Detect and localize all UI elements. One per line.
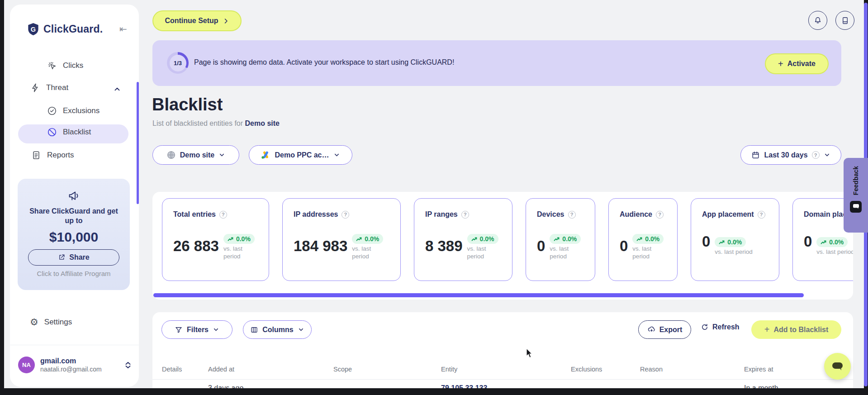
column-header-details[interactable]: Details [162, 366, 182, 373]
bell-icon [813, 16, 822, 25]
chat-bubble-icon [831, 361, 844, 372]
sidebar-item-label: Exclusions [63, 106, 100, 115]
globe-icon [166, 150, 176, 160]
document-icon [31, 150, 41, 160]
column-header-reason[interactable]: Reason [640, 366, 663, 373]
notifications-button[interactable] [808, 11, 827, 30]
calendar-icon [751, 151, 760, 159]
trend-up-icon [228, 237, 234, 242]
export-button[interactable]: Export [638, 320, 691, 339]
sidebar-item-clicks[interactable]: Clicks [47, 61, 83, 71]
chevron-right-icon [223, 18, 229, 24]
column-header-exclusions[interactable]: Exclusions [571, 366, 602, 373]
date-range-label: Last 30 days [764, 151, 807, 159]
setup-progress-value: 1/3 [170, 55, 186, 71]
app-background: G ClickGuard. ⇤ Clicks Threat Exclusions [4, 0, 864, 388]
stat-label: Total entries [173, 210, 216, 219]
stat-value: 184 983 [294, 238, 347, 264]
promo-text: Share ClickGuard and get up to [26, 207, 121, 226]
ppc-account-selector[interactable]: Demo PPC ac… [249, 145, 352, 165]
add-to-blacklist-button[interactable]: + Add to Blacklist [751, 320, 841, 339]
table-header-divider [152, 379, 853, 380]
feedback-chat-icon [850, 201, 862, 213]
stat-vs-label: vs. last period [467, 245, 495, 261]
stat-vs-label: vs. last period [632, 245, 660, 261]
share-button[interactable]: Share [28, 249, 119, 266]
app-window: G ClickGuard. ⇤ Clicks Threat Exclusions [0, 0, 868, 395]
chevron-up-icon[interactable] [113, 85, 121, 93]
trend-up-icon [636, 237, 643, 242]
activate-button[interactable]: + Activate [765, 53, 829, 74]
feedback-label: Feedback [852, 166, 859, 195]
refresh-button[interactable]: Refresh [701, 323, 740, 331]
page-subtitle-target: Demo site [245, 119, 280, 127]
badge-check-icon [47, 106, 57, 116]
cursor-click-icon [47, 61, 57, 71]
window-edge-left [0, 0, 4, 395]
sidebar-collapse-icon[interactable]: ⇤ [119, 24, 127, 34]
affiliate-link[interactable]: Click to Affiliate Program [37, 270, 110, 277]
banner-message: Page is showing demo data. Activate your… [194, 58, 454, 67]
feedback-tab[interactable]: Feedback [844, 158, 868, 233]
account-switcher[interactable]: NA gmail.com naatali.ro@gmail.com [18, 357, 131, 373]
stat-delta: 0.0% [365, 235, 379, 243]
lightning-icon [30, 83, 40, 93]
help-icon: ? [461, 211, 469, 219]
page-title: Blacklist [152, 95, 223, 114]
setup-progress-ring: 1/3 [167, 52, 189, 74]
cloud-download-icon [647, 325, 656, 334]
page-subtitle-prefix: List of blacklisted entities for [152, 119, 245, 127]
filters-dropdown[interactable]: Filters [161, 320, 232, 339]
stat-card-app-placement: App placement? 0 0.0% vs. last period [691, 198, 779, 281]
docs-button[interactable] [835, 11, 854, 30]
chat-launcher-button[interactable] [824, 353, 851, 380]
megaphone-icon [67, 189, 81, 202]
account-name: gmail.com [40, 357, 102, 365]
site-selector[interactable]: Demo site [152, 145, 239, 165]
horizontal-scrollbar[interactable] [153, 293, 804, 297]
columns-icon [250, 326, 258, 334]
column-header-scope[interactable]: Scope [333, 366, 352, 373]
column-header-entity[interactable]: Entity [441, 366, 457, 373]
sidebar-item-exclusions[interactable]: Exclusions [47, 106, 100, 116]
date-range-selector[interactable]: Last 30 days ? [740, 145, 841, 165]
stat-label: App placement [702, 210, 754, 219]
chevron-down-icon [333, 152, 340, 158]
stat-value: 26 883 [173, 238, 219, 264]
columns-dropdown[interactable]: Columns [243, 320, 312, 339]
stats-panel: Total entries? 26 883 0.0% vs. last peri… [152, 192, 853, 300]
stat-delta: 0.0% [645, 235, 659, 243]
stat-card-total-entries: Total entries? 26 883 0.0% vs. last peri… [162, 198, 269, 281]
google-ads-icon [261, 151, 270, 159]
continue-setup-button[interactable]: Continue Setup [152, 10, 242, 31]
filters-label: Filters [187, 326, 209, 334]
avatar: NA [18, 357, 35, 373]
sidebar-item-label: Reports [47, 151, 74, 160]
sidebar-item-threat[interactable]: Threat [30, 83, 68, 93]
plus-icon: + [764, 324, 770, 335]
stat-delta: 0.0% [727, 238, 742, 246]
trend-up-icon [471, 237, 478, 242]
stat-label: IP addresses [294, 210, 338, 219]
refresh-label: Refresh [712, 323, 740, 331]
stat-delta: 0.0% [480, 235, 494, 243]
stat-delta: 0.0% [236, 235, 251, 243]
column-header-expires-at[interactable]: Expires at [744, 366, 773, 373]
book-icon [841, 16, 849, 25]
stat-value: 8 389 [425, 238, 463, 264]
stat-value: 0 [804, 234, 812, 260]
trend-up-icon [719, 240, 725, 245]
sidebar-scrollbar[interactable] [137, 82, 139, 204]
stat-delta: 0.0% [562, 235, 577, 243]
window-edge-bottom [0, 388, 868, 395]
affiliate-promo-card[interactable]: Share ClickGuard and get up to $10,000 S… [18, 179, 130, 290]
sidebar-item-blacklist[interactable]: Blacklist [18, 124, 128, 143]
sidebar-item-reports[interactable]: Reports [31, 150, 74, 160]
export-label: Export [659, 326, 683, 334]
stat-vs-label: vs. last period [352, 245, 380, 261]
help-icon: ? [656, 211, 664, 219]
sidebar-item-settings[interactable]: ⚙ Settings [30, 317, 72, 328]
column-header-added-at[interactable]: Added at [208, 366, 234, 373]
sidebar: G ClickGuard. ⇤ Clicks Threat Exclusions [10, 5, 139, 387]
trend-up-icon [821, 240, 827, 245]
